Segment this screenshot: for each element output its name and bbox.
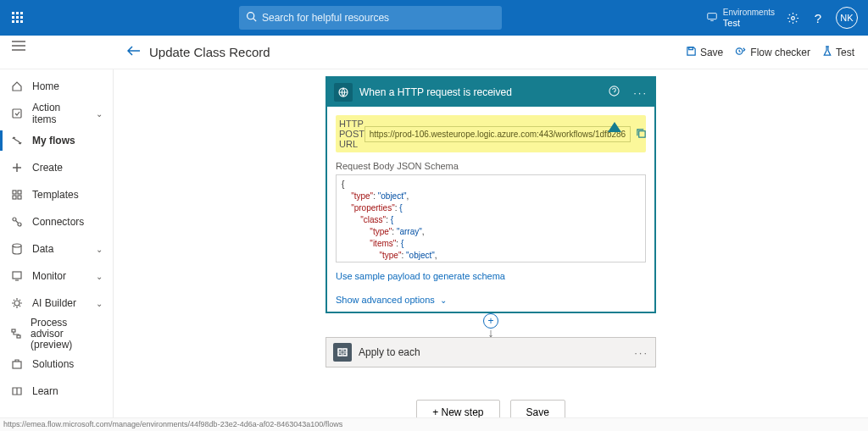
back-arrow-icon[interactable] [127,46,141,58]
sidebar-item-label: Learn [32,385,58,397]
url-value-box[interactable]: https://prod-106.westeurope.logic.azure.… [364,126,631,142]
url-value: https://prod-106.westeurope.logic.azure.… [370,130,626,139]
chevron-down-icon: ⌄ [96,272,103,281]
svg-rect-8 [20,20,23,23]
sidebar-item-solutions[interactable]: Solutions [0,351,113,378]
svg-rect-5 [20,16,23,19]
flow-checker-action[interactable]: Flow checker [735,46,810,59]
environment-label: Environments [723,8,775,18]
trigger-card[interactable]: When a HTTP request is received ··· HTTP… [326,76,656,313]
sidebar-item-learn[interactable]: Learn [0,378,113,405]
chevron-down-icon: ⌄ [440,296,447,305]
connector-icon [10,216,24,228]
advisor-icon [10,328,22,340]
svg-rect-22 [18,196,21,199]
svg-rect-11 [708,14,717,19]
svg-point-24 [18,223,21,226]
svg-rect-37 [338,353,342,356]
flow-checker-icon [735,46,747,59]
sidebar-item-label: Templates [32,189,79,201]
environment-picker[interactable]: Environments Test [706,8,775,28]
sidebar-item-label: AI Builder [32,297,76,309]
sidebar-item-label: Action items [32,102,87,125]
schema-label: Request Body JSON Schema [336,161,646,171]
card-menu-icon[interactable]: ··· [634,346,648,359]
sidebar-item-create[interactable]: Create [0,154,113,181]
hamburger-icon[interactable] [12,41,25,53]
template-icon [10,189,24,201]
chevron-down-icon: ⌄ [96,109,103,119]
sidebar-item-process-advisor-preview-[interactable]: Process advisor (preview) [0,317,113,351]
svg-rect-1 [16,12,19,14]
sidebar-item-label: Create [32,162,63,174]
sidebar-item-label: Monitor [32,270,66,282]
home-icon [10,80,24,92]
environment-value: Test [723,18,775,28]
sidebar-item-templates[interactable]: Templates [0,181,113,208]
svg-rect-29 [17,335,20,338]
sidebar-item-label: Connectors [32,216,84,228]
url-field-row: HTTP POST URL https://prod-106.westeurop… [336,115,646,152]
http-icon [334,83,353,102]
svg-rect-38 [343,353,347,356]
save-icon [686,46,697,59]
svg-point-23 [13,218,16,221]
trigger-card-header[interactable]: When a HTTP request is received ··· [327,78,654,107]
trigger-title: When a HTTP request is received [359,86,602,98]
left-nav: HomeAction items⌄My flowsCreateTemplates… [0,69,114,431]
search-box[interactable] [239,6,502,30]
svg-rect-21 [13,196,16,199]
save-action[interactable]: Save [686,46,723,59]
chevron-down-icon: ⌄ [96,299,103,308]
arrow-down-icon: ↓ [488,329,494,337]
help-card-icon[interactable] [609,86,620,99]
environment-icon [706,11,718,25]
sidebar-item-my-flows[interactable]: My flows [0,127,113,154]
svg-rect-0 [12,12,14,14]
help-icon[interactable]: ? [810,10,826,25]
svg-rect-2 [20,12,23,14]
settings-gear-icon[interactable] [785,10,800,25]
search-icon [246,11,257,25]
svg-rect-7 [16,20,19,23]
schema-textarea[interactable]: { "type": "object", "properties": { "cla… [336,174,646,262]
test-action[interactable]: Test [822,46,854,59]
svg-rect-16 [689,47,693,49]
status-bar: https://emea.flow.microsoft.com/manage/e… [0,417,868,431]
svg-rect-35 [338,349,342,351]
svg-rect-4 [16,16,19,19]
chevron-down-icon: ⌄ [96,245,103,254]
advanced-options-link[interactable]: Show advanced options ⌄ [336,295,646,305]
search-input[interactable] [262,12,495,24]
svg-rect-33 [639,130,645,136]
user-avatar[interactable]: NK [836,7,858,29]
command-bar: Update Class Record Save Flow checker Te… [0,36,868,69]
sidebar-item-home[interactable]: Home [0,73,113,100]
sample-payload-link[interactable]: Use sample payload to generate schema [336,271,646,281]
svg-rect-30 [13,362,21,368]
svg-point-12 [791,16,794,19]
sidebar-item-monitor[interactable]: Monitor⌄ [0,262,113,290]
action-card[interactable]: Apply to each ··· [326,337,656,367]
ai-icon [10,297,24,309]
sidebar-item-data[interactable]: Data⌄ [0,235,113,262]
sidebar-item-ai-builder[interactable]: AI Builder⌄ [0,290,113,317]
svg-rect-20 [18,191,21,194]
action-title: Apply to each [359,346,627,358]
sidebar-item-label: Home [32,80,59,92]
svg-point-27 [14,301,19,306]
learn-icon [10,385,24,397]
sidebar-item-connectors[interactable]: Connectors [0,208,113,235]
svg-rect-28 [12,329,15,332]
loop-icon [333,343,352,362]
svg-line-10 [253,19,256,21]
sidebar-item-action-items[interactable]: Action items⌄ [0,100,113,127]
flow-canvas: When a HTTP request is received ··· HTTP… [114,69,868,431]
copy-icon[interactable] [636,128,647,141]
svg-rect-26 [13,272,21,279]
action-card-header[interactable]: Apply to each ··· [326,338,655,367]
sidebar-item-label: Solutions [32,358,74,370]
card-menu-icon[interactable]: ··· [633,86,648,99]
waffle-menu-icon[interactable] [0,12,36,24]
svg-rect-36 [343,349,347,351]
